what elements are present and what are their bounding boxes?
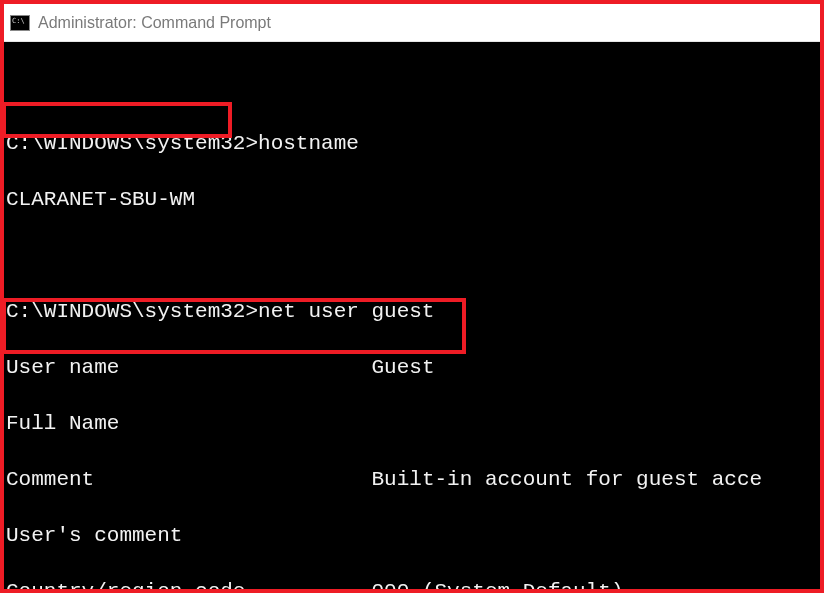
titlebar[interactable]: Administrator: Command Prompt <box>4 4 820 42</box>
blank-line <box>4 242 820 270</box>
cmd-icon <box>10 15 30 31</box>
row-full-name: Full Name <box>4 410 820 438</box>
prompt-line-2: C:\WINDOWS\system32>net user guest <box>4 298 820 326</box>
row-user-name: User name Guest <box>4 354 820 382</box>
window-title: Administrator: Command Prompt <box>38 14 271 32</box>
row-country-code: Country/region code 000 (System Default) <box>4 578 820 589</box>
command-prompt-window: Administrator: Command Prompt C:\WINDOWS… <box>4 4 820 589</box>
row-users-comment: User's comment <box>4 522 820 550</box>
prompt-line-1: C:\WINDOWS\system32>hostname <box>4 130 820 158</box>
blank-line <box>4 74 820 102</box>
terminal-output[interactable]: C:\WINDOWS\system32>hostname CLARANET-SB… <box>4 42 820 589</box>
hostname-output: CLARANET-SBU-WM <box>4 186 820 214</box>
row-comment: Comment Built-in account for guest acce <box>4 466 820 494</box>
